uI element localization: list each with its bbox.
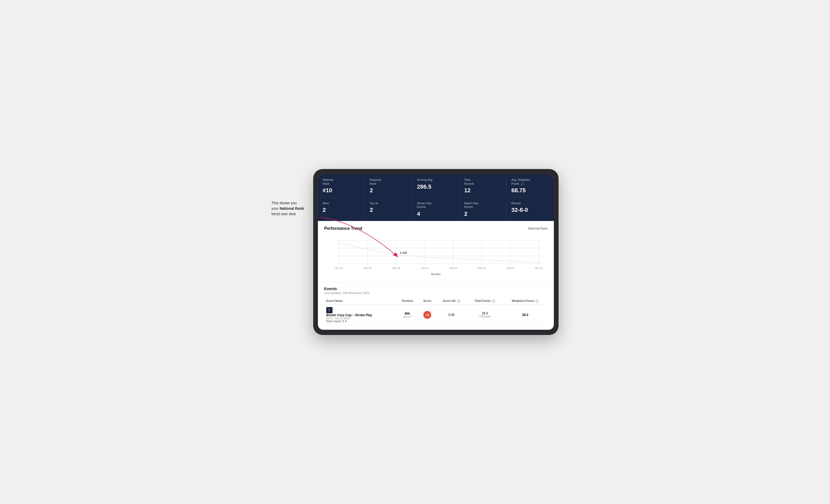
event-total-rounds: 3 Rounds <box>469 315 501 318</box>
event-rank-impact: Rank Impact: 3 ▼ <box>326 320 394 323</box>
chart-svg: OCT 23 NOV 23 DEC 23 JAN 24 FEB 24 MAR 2… <box>324 235 548 272</box>
stats-header: NationalRank #10 RegionalRank 2 Scoring … <box>318 174 554 221</box>
performance-section: Performance Trend National Rank <box>318 221 554 282</box>
event-weighted-points-cell: 28.3 <box>503 304 548 325</box>
col-score: Score <box>419 298 436 304</box>
svg-text:● #10: ● #10 <box>400 251 407 254</box>
svg-text:MAR 24: MAR 24 <box>478 267 486 269</box>
stat-stroke-play: Stroke PlayEvents 4 <box>412 198 459 221</box>
events-last-updated: Last updated: 24th November 2023 <box>324 292 548 295</box>
event-position-sub: out of 7 <box>398 315 417 318</box>
svg-text:NOV 23: NOV 23 <box>363 267 372 269</box>
col-total-points: Total Points i <box>467 298 503 304</box>
event-score-badge: -22 <box>423 311 431 319</box>
events-table: Event Name Position Score Event SG i Tot… <box>324 298 548 326</box>
stat-avg-weighted: Avg. WeightedPoints i 68.75 <box>507 174 554 198</box>
event-total-points: 28.3 <box>469 311 501 315</box>
stat-top3s: Top 3s 2 <box>365 198 412 221</box>
months-label: Months <box>324 273 548 278</box>
stats-row-2: Wins 2 Top 3s 2 Stroke PlayEvents 4 Matc… <box>318 198 554 221</box>
svg-text:FEB 24: FEB 24 <box>449 267 457 269</box>
col-event-name: Event Name <box>324 298 396 304</box>
svg-text:DEC 23: DEC 23 <box>392 267 400 269</box>
event-date: Oct 9 - Oct 10, 2023 <box>326 317 394 320</box>
rank-impact-value: 3 <box>343 320 344 323</box>
stat-national-rank: NationalRank #10 <box>318 174 365 198</box>
event-golf-icon: 🏌 <box>326 307 332 313</box>
event-sg-cell: 0.45 <box>436 304 467 325</box>
annotation-text2: your <box>272 206 280 210</box>
events-table-body: 🏌 Buster Cozy Cup – Stroke Play Oct 9 - … <box>324 304 548 325</box>
event-name-cell: 🏌 Buster Cozy Cup – Stroke Play Oct 9 - … <box>324 304 396 325</box>
stat-wins: Wins 2 <box>318 198 365 221</box>
stat-record: Record 32-8-0 <box>507 198 554 221</box>
event-position: 6th <box>398 311 417 315</box>
annotation-bold: National Rank <box>280 206 304 210</box>
tablet-frame: NationalRank #10 RegionalRank 2 Scoring … <box>313 169 558 335</box>
table-row: 🏌 Buster Cozy Cup – Stroke Play Oct 9 - … <box>324 304 548 325</box>
stat-regional-rank: RegionalRank 2 <box>365 174 412 198</box>
col-weighted-points: Weighted Points i <box>503 298 548 304</box>
svg-point-21 <box>395 253 397 256</box>
events-table-head: Event Name Position Score Event SG i Tot… <box>324 298 548 304</box>
svg-text:OCT 23: OCT 23 <box>335 267 343 269</box>
events-table-header-row: Event Name Position Score Event SG i Tot… <box>324 298 548 304</box>
rank-impact-arrow: ▼ <box>345 320 347 323</box>
svg-text:JAN 24: JAN 24 <box>421 267 428 269</box>
stats-row-1: NationalRank #10 RegionalRank 2 Scoring … <box>318 174 554 198</box>
event-position-cell: 6th out of 7 <box>396 304 419 325</box>
performance-chart: OCT 23 NOV 23 DEC 23 JAN 24 FEB 24 MAR 2… <box>324 235 548 272</box>
annotation-text1: This shows you <box>272 201 296 205</box>
outer-container: This shows you your National Rank trend … <box>272 169 558 335</box>
event-name: Buster Cozy Cup – Stroke Play <box>326 313 394 317</box>
svg-text:MAY 24: MAY 24 <box>535 267 543 269</box>
event-score-cell: -22 <box>419 304 436 325</box>
col-position: Position <box>396 298 419 304</box>
annotation-text3: trend over time <box>272 212 296 216</box>
performance-header: Performance Trend National Rank <box>324 226 548 231</box>
event-weighted-points: 28.3 <box>522 313 528 317</box>
col-event-sg: Event SG i <box>436 298 467 304</box>
performance-axis-label: National Rank <box>528 227 548 230</box>
tablet-screen: NationalRank #10 RegionalRank 2 Scoring … <box>318 174 554 330</box>
annotation: This shows you your National Rank trend … <box>272 200 324 217</box>
stat-scoring-avg: Scoring Avg. 286.5 <box>412 174 459 198</box>
events-title: Events <box>324 287 548 291</box>
performance-title: Performance Trend <box>324 226 362 231</box>
stat-match-play: Match PlayEvents 2 <box>459 198 507 221</box>
events-section: Events Last updated: 24th November 2023 … <box>318 282 554 330</box>
event-total-points-cell: 28.3 3 Rounds <box>467 304 503 325</box>
stat-total-rounds: TotalRounds 12 <box>459 174 507 198</box>
svg-text:APR 24: APR 24 <box>507 267 514 269</box>
